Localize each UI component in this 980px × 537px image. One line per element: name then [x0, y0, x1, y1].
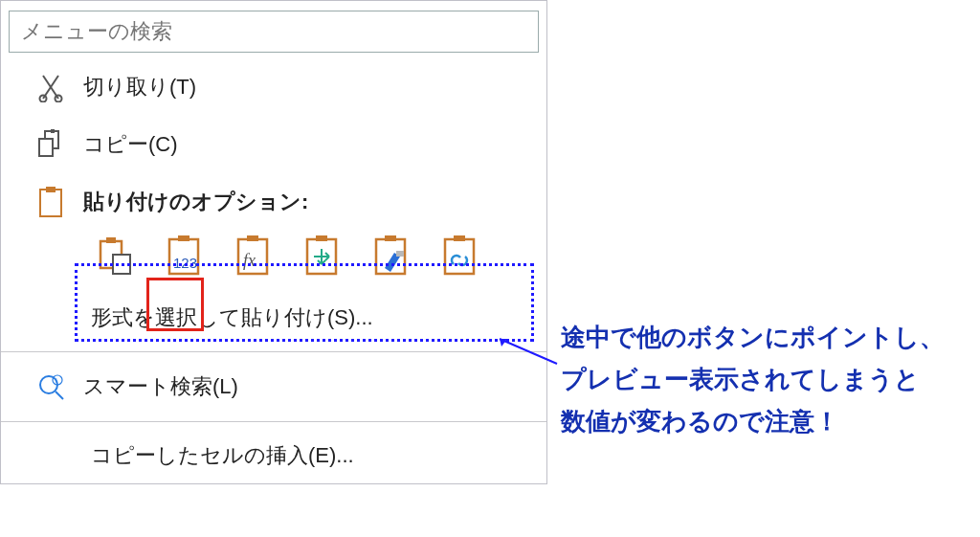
paste-values-button[interactable]: 123	[160, 231, 210, 280]
svg-rect-17	[316, 235, 327, 241]
paste-transpose-icon	[302, 234, 343, 278]
paste-options-row: 123 fx	[91, 231, 546, 288]
paste-link-icon	[440, 234, 480, 278]
svg-rect-3	[51, 129, 55, 133]
menu-separator-2	[1, 421, 546, 422]
annotation-line3: 数値が変わるので注意！	[561, 400, 972, 442]
paste-formatting-icon	[371, 234, 412, 278]
svg-line-24	[56, 392, 63, 399]
paste-link-button[interactable]	[435, 231, 485, 280]
copy-menu-item[interactable]: コピー(C)	[1, 116, 546, 173]
svg-rect-20	[396, 251, 404, 257]
svg-rect-9	[113, 255, 130, 274]
paste-values-icon: 123	[165, 234, 205, 278]
paste-formatting-button[interactable]	[367, 231, 416, 280]
paste-special-label: 形式を選択して貼り付け(S)...	[91, 303, 373, 332]
svg-rect-11	[178, 235, 189, 241]
annotation-line1: 途中で他のボタンにポイントし、	[561, 316, 972, 358]
cut-menu-item[interactable]: 切り取り(T)	[1, 58, 546, 116]
copy-icon	[35, 129, 66, 160]
menu-search-row	[1, 1, 546, 58]
clipboard-icon	[35, 187, 66, 217]
menu-search-input[interactable]	[9, 11, 539, 53]
cut-label: 切り取り(T)	[83, 73, 196, 101]
svg-rect-4	[39, 139, 53, 156]
menu-separator	[1, 351, 546, 352]
context-menu-panel: 切り取り(T) コピー(C) 貼り付けのオプション:	[0, 0, 547, 484]
annotation-line2: プレビュー表示されてしまうと	[561, 358, 972, 400]
scissors-icon	[35, 72, 66, 102]
paste-all-button[interactable]	[91, 231, 141, 280]
paste-formula-button[interactable]: fx	[229, 231, 278, 280]
paste-options-heading: 貼り付けのオプション:	[1, 173, 546, 231]
smart-lookup-label: スマート検索(L)	[83, 372, 238, 401]
paste-options-label: 貼り付けのオプション:	[83, 188, 308, 216]
svg-rect-6	[46, 187, 56, 192]
insert-copied-label: コピーしたセルの挿入(E)...	[91, 441, 354, 470]
svg-text:fx: fx	[243, 251, 256, 270]
annotation-callout: 途中で他のボタンにポイントし、 プレビュー表示されてしまうと 数値が変わるので注…	[561, 316, 972, 443]
svg-rect-14	[247, 235, 258, 241]
smart-lookup-icon: i	[35, 371, 66, 402]
svg-text:i: i	[56, 376, 57, 385]
insert-copied-cells-menu-item[interactable]: コピーしたセルの挿入(E)...	[1, 428, 546, 483]
svg-rect-8	[106, 237, 116, 243]
svg-rect-19	[385, 235, 396, 241]
paste-transpose-button[interactable]	[298, 231, 347, 280]
paste-formula-icon: fx	[234, 234, 274, 278]
smart-lookup-menu-item[interactable]: i スマート検索(L)	[1, 358, 546, 415]
svg-rect-5	[40, 190, 61, 216]
svg-rect-22	[454, 235, 465, 241]
svg-text:123: 123	[173, 255, 197, 271]
paste-all-icon	[96, 234, 136, 278]
copy-label: コピー(C)	[83, 130, 178, 159]
paste-special-menu-item[interactable]: 形式を選択して貼り付け(S)...	[1, 288, 546, 346]
